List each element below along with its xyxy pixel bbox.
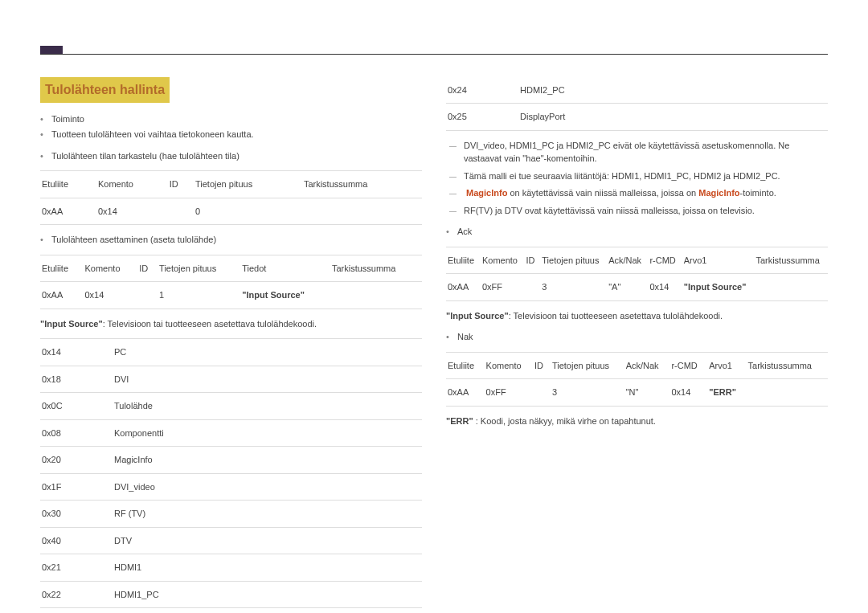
list-item: Nak: [457, 330, 828, 344]
list-item: Tämä malli ei tue seuraavia liitäntöjä: …: [464, 170, 828, 183]
td: "Input Source": [240, 282, 330, 309]
td: 0x24: [446, 77, 518, 104]
text: on käytettävissä vain niissä malleissa, …: [507, 188, 698, 198]
input-source-desc: "Input Source": Televisioon tai tuottees…: [40, 317, 422, 331]
td: 0xFF: [481, 274, 524, 301]
td: 0x40: [40, 527, 113, 554]
input-source-desc-2: "Input Source": Televisioon tai tuottees…: [446, 309, 828, 323]
td: 0xAA: [40, 198, 96, 225]
td: 0x14: [40, 339, 113, 366]
td: 0x20: [40, 447, 113, 474]
td: [747, 379, 828, 407]
section-title: Tulolähteen hallinta: [40, 77, 170, 103]
left-column: Tulolähteen hallinta Toiminto Tuotteen t…: [40, 77, 422, 614]
desc-prefix: "Input Source": [40, 319, 103, 329]
page-header: [40, 40, 828, 55]
td: 0x23: [40, 608, 113, 614]
bullet-list-1: Toiminto Tuotteen tulolähteen voi vaihta…: [51, 112, 422, 141]
td: 0x14: [669, 379, 707, 407]
bullet-list-2: Tulolähteen tilan tarkastelu (hae tulolä…: [51, 149, 422, 163]
td: DTV: [113, 527, 422, 554]
header-block: [40, 46, 63, 54]
td: PC: [113, 339, 422, 366]
td: DVI: [113, 366, 422, 393]
td: DVI_video: [113, 473, 422, 501]
th: Komento: [485, 352, 533, 379]
td: 0x1F: [40, 473, 113, 501]
ack-bullet: Ack: [457, 225, 828, 239]
td: [137, 282, 158, 309]
content-columns: Tulolähteen hallinta Toiminto Tuotteen t…: [40, 77, 828, 614]
th: Etuliite: [446, 352, 485, 379]
table-ack: Etuliite Komento ID Tietojen pituus Ack/…: [446, 247, 828, 301]
th: Ack/Nak: [607, 247, 648, 274]
header-rule: [40, 54, 828, 55]
td: 0x22: [40, 581, 113, 608]
th: Etuliite: [446, 247, 481, 274]
nak-bullet: Nak: [457, 330, 828, 344]
list-item: Tulolähteen tilan tarkastelu (hae tulolä…: [51, 149, 422, 163]
list-item: MagicInfo on käytettävissä vain niissä m…: [464, 186, 828, 200]
table-nak: Etuliite Komento ID Tietojen pituus Ack/…: [446, 352, 828, 407]
td: 1: [158, 282, 240, 309]
td: HDMI1_PC: [113, 581, 422, 608]
td: [330, 282, 422, 309]
th: Komento: [96, 171, 168, 198]
td: Komponentti: [113, 419, 422, 447]
th: ID: [137, 255, 158, 282]
td: [302, 198, 422, 225]
th: ID: [168, 171, 194, 198]
td: 0xFF: [485, 379, 533, 407]
td: 0x14: [96, 198, 168, 225]
td: 0xAA: [40, 282, 83, 309]
td: "N": [624, 379, 670, 407]
th: ID: [524, 247, 540, 274]
td: 0x21: [40, 554, 113, 582]
th: Tietojen pituus: [540, 247, 607, 274]
td: DisplayPort: [518, 104, 828, 131]
right-column: 0x24HDMI2_PC0x25DisplayPort DVI_video, H…: [446, 77, 828, 614]
td: 0xAA: [446, 379, 485, 407]
td: "ERR": [707, 379, 746, 407]
th: r-CMD: [648, 247, 682, 274]
list-item: Ack: [457, 225, 828, 239]
th: Etuliite: [40, 171, 96, 198]
magicinfo-highlight: MagicInfo: [698, 188, 739, 198]
td: 0x0C: [40, 393, 113, 420]
td: 3: [540, 274, 607, 301]
th: ID: [533, 352, 551, 379]
list-item: Toiminto: [51, 112, 422, 126]
err-text: : Koodi, josta näkyy, mikä virhe on tapa…: [473, 416, 656, 426]
th: Tarkistussumma: [747, 352, 828, 379]
td: 0x25: [446, 104, 518, 131]
err-prefix: "ERR": [446, 416, 473, 426]
td: [524, 274, 540, 301]
td: HDMI2: [113, 608, 422, 614]
th: Tarkistussumma: [330, 255, 422, 282]
magicinfo-highlight: MagicInfo: [466, 188, 507, 198]
th: Tarkistussumma: [302, 171, 422, 198]
td: Tulolähde: [113, 393, 422, 420]
td: 0x30: [40, 501, 113, 528]
th: Arvo1: [707, 352, 746, 379]
th: Ack/Nak: [624, 352, 670, 379]
td: HDMI1: [113, 554, 422, 582]
list-item: RF(TV) ja DTV ovat käytettävissä vain ni…: [464, 204, 828, 218]
th: Tietojen pituus: [551, 352, 624, 379]
th: Tiedot: [240, 255, 330, 282]
td: HDMI2_PC: [518, 77, 828, 104]
th: Tietojen pituus: [194, 171, 302, 198]
td: [754, 274, 828, 301]
table-source-codes-cont: 0x24HDMI2_PC0x25DisplayPort: [446, 77, 828, 131]
desc-text: : Televisioon tai tuotteeseen asetettava…: [103, 319, 317, 329]
td: [168, 198, 194, 225]
table-source-codes: 0x14PC0x18DVI0x0CTulolähde0x08Komponentt…: [40, 338, 422, 613]
td: 0xAA: [446, 274, 481, 301]
th: Komento: [481, 247, 524, 274]
td: 3: [551, 379, 624, 407]
th: Arvo1: [682, 247, 755, 274]
table-set-source: Etuliite Komento ID Tietojen pituus Tied…: [40, 255, 422, 309]
list-item: Tulolähteen asettaminen (aseta tulolähde…: [51, 233, 422, 247]
td: 0x14: [648, 274, 682, 301]
td: MagicInfo: [113, 447, 422, 474]
